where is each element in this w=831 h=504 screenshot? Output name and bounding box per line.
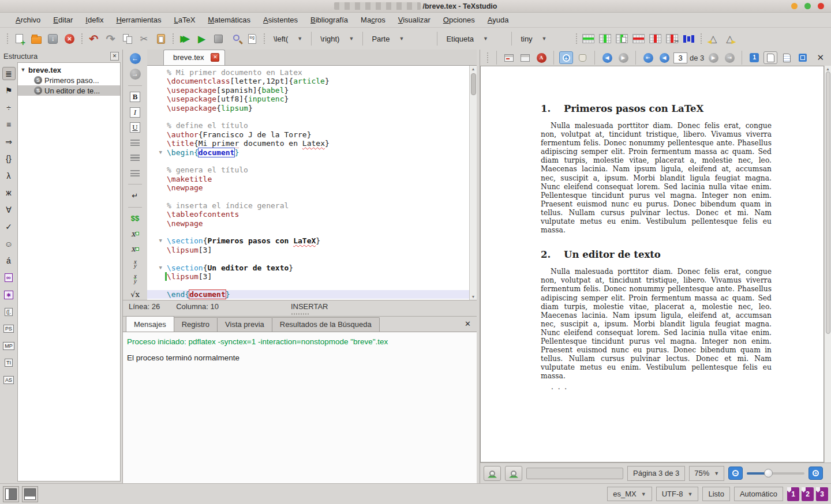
sqrt-button[interactable]: √x	[128, 289, 142, 300]
messages-close-icon[interactable]: ✕	[465, 319, 471, 328]
asterisk-tab[interactable]: ∗	[2, 288, 16, 302]
code-line[interactable]: \usepackage{lipsum}	[147, 104, 469, 112]
tikz-tab[interactable]: TI	[2, 356, 16, 370]
tree-item[interactable]: SUn editor de te...	[18, 85, 120, 96]
code-line[interactable]: \usepackage[spanish]{babel}	[147, 86, 469, 95]
pdf-scrollbar[interactable]: ▲	[824, 66, 831, 462]
infinity-tab[interactable]: ∞	[2, 271, 16, 284]
scroll-down-icon[interactable]: ▼	[471, 294, 476, 300]
fold-marker-icon[interactable]: ▼	[159, 265, 162, 270]
close-button[interactable]: ✕	[61, 31, 78, 47]
menu-macros[interactable]: Macros	[354, 14, 392, 26]
fit-page-button[interactable]	[763, 51, 777, 64]
font-size-combo[interactable]: tiny▼	[515, 31, 572, 46]
editor-tab[interactable]: breve.tex ✕	[163, 50, 225, 65]
next-change-button[interactable]: △	[721, 31, 738, 47]
right-delimiter-combo[interactable]: \right)▼	[315, 31, 360, 46]
toggle-structure-panel-button[interactable]	[3, 486, 19, 502]
cyrillic-tab[interactable]: ж	[2, 186, 16, 200]
menu-latex[interactable]: LaTeX	[167, 14, 201, 26]
accents-tab[interactable]: á	[2, 254, 16, 268]
previous-page-button[interactable]: ◀	[657, 51, 671, 64]
tree-item[interactable]: SPrimeros paso...	[18, 75, 120, 85]
language-select[interactable]: es_MX ▼	[607, 487, 652, 501]
underline-button[interactable]: U	[128, 122, 142, 133]
first-page-button[interactable]: ⇤	[641, 51, 655, 64]
align-left-button[interactable]	[128, 137, 142, 148]
asymptote-tab[interactable]: AS	[2, 373, 16, 386]
remove-column-button[interactable]	[647, 31, 664, 47]
cut-button[interactable]: ✂	[136, 31, 152, 47]
redo-button[interactable]: ↷	[102, 31, 119, 47]
reference-combo[interactable]: Etiqueta▼	[440, 31, 508, 46]
messages-tab-registro[interactable]: Registro	[174, 317, 218, 332]
bold-button[interactable]: B	[128, 92, 142, 102]
windowed-viewer-button[interactable]	[502, 51, 516, 64]
menu-editar[interactable]: Editar	[47, 14, 79, 26]
code-line[interactable]: \usepackage[utf8]{inputenc}	[147, 95, 469, 103]
toggle-messages-panel-button[interactable]	[22, 486, 38, 502]
open-button[interactable]	[28, 31, 44, 47]
fraction-button[interactable]: xy	[128, 259, 142, 269]
align-right-button[interactable]	[128, 168, 142, 178]
magnifier-button[interactable]	[484, 466, 501, 481]
cut-column-button[interactable]: ✂	[664, 31, 680, 47]
minimize-button[interactable]	[791, 3, 798, 9]
code-line[interactable]: \lipsum[3]	[147, 246, 469, 254]
delimiters-tab[interactable]: ([.	[2, 305, 16, 318]
code-line[interactable]: % genera el título	[147, 166, 469, 174]
editor-scrollbar[interactable]: ▲ ▼	[469, 66, 477, 300]
checkmarks-tab[interactable]: ✓	[2, 220, 16, 234]
metapost-tab[interactable]: MP	[2, 339, 16, 352]
align-center-button[interactable]	[128, 153, 142, 163]
build-and-view-button[interactable]: ▶▶	[177, 31, 193, 47]
zoom-out-button[interactable]: −	[728, 467, 743, 480]
maximize-button[interactable]	[804, 3, 811, 9]
code-line[interactable]: \tableofcontents	[147, 210, 469, 219]
relations-tab[interactable]: ∀	[2, 203, 16, 216]
panel-drag-handle[interactable]	[123, 312, 477, 316]
single-page-mode-button[interactable]: 1	[747, 51, 761, 64]
stop-button[interactable]	[210, 31, 227, 47]
subscript-button[interactable]: x	[128, 228, 142, 239]
left-delimiter-combo[interactable]: \left(▼	[268, 31, 308, 46]
fold-marker-icon[interactable]: ▼	[159, 149, 162, 155]
close-viewer-button[interactable]: ✕	[817, 52, 828, 63]
scrollbar-thumb[interactable]	[471, 73, 476, 95]
code-line[interactable]: \lipsum[3]	[147, 272, 469, 281]
code-line[interactable]: ▼\section{Un editor de texto}	[147, 264, 469, 272]
menu-archivo[interactable]: Archivo	[9, 14, 47, 26]
code-line[interactable]	[147, 112, 469, 121]
sync-cursor-button[interactable]	[505, 466, 522, 481]
sectioning-combo[interactable]: Parte▼	[366, 31, 434, 46]
zoom-select[interactable]: 75% ▼	[689, 466, 724, 481]
italic-button[interactable]: I	[128, 107, 142, 117]
remove-row-button[interactable]	[630, 31, 647, 47]
bookmark-1-button[interactable]: 1	[787, 487, 799, 501]
code-line[interactable]	[147, 192, 469, 201]
line-break-button[interactable]: ↵	[128, 190, 142, 201]
code-line[interactable]: ▼\begin{document}	[147, 148, 469, 157]
arrows-tab[interactable]: ⇒	[2, 135, 16, 148]
code-line[interactable]: \newpage	[147, 183, 469, 192]
code-line[interactable]: % define el título	[147, 121, 469, 130]
last-page-button[interactable]: ⇥	[723, 51, 736, 64]
pdf-scrollbar-thumb[interactable]	[826, 72, 830, 334]
tree-item[interactable]: ▼breve.tex	[18, 65, 120, 75]
menu-herramientas[interactable]: Herramientas	[110, 14, 167, 26]
undo-button[interactable]: ↶	[85, 31, 102, 47]
menu-bibliografa[interactable]: Bibliografía	[304, 14, 354, 26]
misc-symbols-tab[interactable]: ☺	[2, 237, 16, 250]
continuous-mode-button[interactable]	[780, 51, 793, 64]
menu-idefix[interactable]: Idefix	[79, 14, 110, 26]
code-line[interactable]: \end{document}	[147, 290, 469, 299]
menu-opciones[interactable]: Opciones	[437, 14, 481, 26]
most-used-tab[interactable]: ≡	[2, 118, 16, 131]
structure-close-icon[interactable]: ✕	[110, 52, 119, 61]
fold-marker-icon[interactable]: ▼	[159, 238, 162, 243]
save-button[interactable]: ↓	[44, 31, 61, 47]
external-viewer-button[interactable]: A	[534, 51, 548, 64]
paste-column-button[interactable]	[613, 31, 630, 47]
add-column-button[interactable]	[597, 31, 613, 47]
code-line[interactable]: % Mi primer documento en Latex	[147, 68, 469, 77]
